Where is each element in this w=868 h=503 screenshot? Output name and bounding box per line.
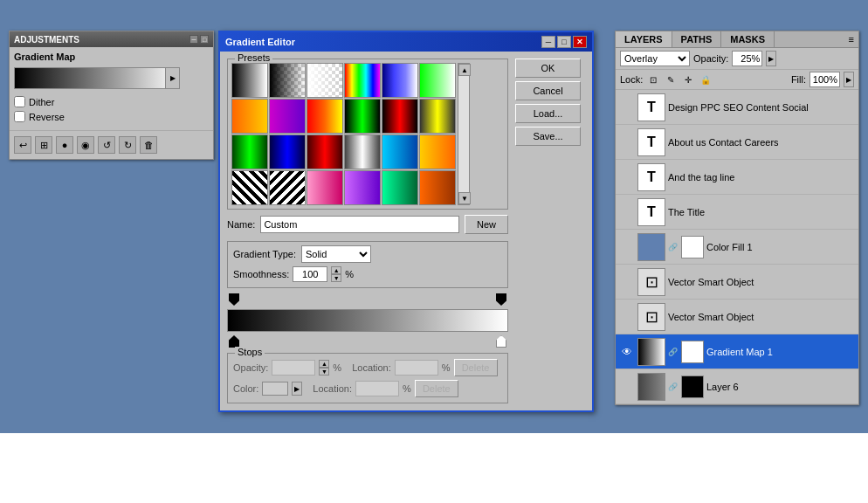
dialog-minimize-btn[interactable]: ─ (541, 36, 555, 48)
preset-14[interactable] (269, 134, 306, 169)
save-btn[interactable]: Save... (515, 127, 581, 146)
layer-visibility-toggle[interactable] (619, 309, 635, 325)
fill-arrow[interactable]: ▶ (844, 72, 854, 87)
preset-11[interactable] (382, 99, 418, 134)
opacity-stop-right[interactable] (496, 293, 506, 306)
scroll-up-btn[interactable]: ▲ (458, 64, 471, 76)
lock-paint-icon[interactable]: ✎ (664, 73, 678, 86)
opacity-stepper-up[interactable]: ▲ (319, 360, 329, 368)
maximize-btn[interactable]: □ (200, 35, 209, 44)
dither-checkbox[interactable] (14, 96, 25, 107)
preset-6[interactable] (419, 63, 456, 98)
preset-3[interactable] (307, 63, 343, 98)
rotate-icon[interactable]: ↺ (98, 136, 115, 154)
dialog-restore-btn[interactable]: □ (557, 36, 571, 48)
tab-paths[interactable]: PATHS (672, 31, 722, 47)
preset-15[interactable] (307, 134, 343, 169)
preset-10[interactable] (344, 99, 381, 134)
scroll-down-btn[interactable]: ▼ (458, 192, 471, 204)
preset-23[interactable] (382, 170, 418, 205)
refresh-icon[interactable]: ↻ (119, 136, 136, 154)
smoothness-down-btn[interactable]: ▼ (331, 274, 341, 282)
layer-item[interactable]: ⊡ Vector Smart Object (616, 265, 858, 300)
preset-18[interactable] (419, 134, 456, 169)
preset-4[interactable] (344, 63, 381, 98)
preset-9[interactable] (307, 99, 343, 134)
load-btn[interactable]: Load... (515, 104, 581, 123)
opacity-stop-stepper[interactable]: ▲ ▼ (319, 360, 329, 376)
color-stop-left[interactable] (229, 335, 239, 348)
delete-color-stop-btn[interactable]: Delete (415, 380, 458, 397)
layer-visibility-toggle[interactable]: 👁 (619, 344, 635, 360)
color-swatch[interactable] (262, 382, 288, 396)
new-layer-icon[interactable]: ⊞ (35, 136, 52, 154)
dialog-close-btn[interactable]: ✕ (573, 36, 587, 48)
return-icon[interactable]: ↩ (14, 136, 31, 154)
layer-visibility-toggle[interactable] (619, 134, 635, 150)
location-input1[interactable] (395, 360, 438, 376)
fill-input[interactable] (809, 72, 840, 87)
layer-item[interactable]: T About us Contact Careers (616, 125, 858, 160)
cancel-btn[interactable]: Cancel (515, 81, 581, 100)
layer-visibility-toggle[interactable] (619, 100, 635, 115)
preset-20[interactable] (269, 170, 306, 205)
minimize-btn[interactable]: ─ (189, 35, 198, 44)
color-arrow[interactable]: ▶ (292, 382, 302, 396)
tab-masks[interactable]: MASKS (721, 31, 775, 47)
preset-17[interactable] (382, 134, 418, 169)
preset-22[interactable] (344, 170, 381, 205)
layer-item[interactable]: 🔗 Layer 6 (616, 369, 858, 404)
blend-mode-select[interactable]: Overlay Normal Multiply (620, 51, 690, 66)
tab-layers[interactable]: LAYERS (616, 31, 672, 47)
opacity-stepper-down[interactable]: ▼ (319, 368, 329, 376)
new-gradient-btn[interactable]: New (465, 215, 508, 234)
layer-item[interactable]: T Design PPC SEO Content Social (616, 90, 858, 125)
smoothness-stepper[interactable]: ▲ ▼ (331, 266, 341, 282)
location-input2[interactable] (355, 381, 399, 396)
name-input[interactable] (260, 216, 459, 233)
gradient-type-select[interactable]: Solid Noise (301, 245, 371, 263)
layer-item-gradient-map[interactable]: 👁 🔗 Gradient Map 1 (616, 334, 858, 369)
trash-icon[interactable]: 🗑 (140, 136, 157, 154)
layer-visibility-toggle[interactable] (619, 274, 635, 290)
preset-7[interactable] (231, 99, 268, 134)
preset-24[interactable] (419, 170, 456, 205)
opacity-stops[interactable] (227, 293, 508, 307)
smoothness-input[interactable] (293, 266, 327, 282)
layer-item[interactable]: T The Title (616, 195, 858, 230)
gradient-preview[interactable]: ▶ (14, 67, 180, 89)
delete-opacity-stop-btn[interactable]: Delete (454, 359, 498, 376)
layer-item[interactable]: T And the tag line (616, 160, 858, 195)
preset-12[interactable] (419, 99, 456, 134)
color-stops[interactable] (227, 334, 508, 348)
gradient-arrow[interactable]: ▶ (165, 68, 179, 88)
preset-19[interactable] (231, 170, 268, 205)
reverse-checkbox[interactable] (14, 111, 25, 122)
preset-21[interactable] (307, 170, 343, 205)
preset-1[interactable] (231, 63, 268, 98)
lock-all-icon[interactable]: 🔒 (699, 73, 713, 86)
color-stop-right[interactable] (496, 335, 506, 348)
lock-transparency-icon[interactable]: ⊡ (646, 73, 660, 86)
presets-scrollbar[interactable]: ▲ ▼ (458, 63, 470, 205)
preset-16[interactable] (344, 134, 381, 169)
layer-item[interactable]: ⊡ Vector Smart Object (616, 300, 858, 334)
opacity-stop-left[interactable] (229, 293, 239, 306)
opacity-stop-input[interactable] (272, 360, 315, 376)
eye-icon[interactable]: ◉ (77, 136, 94, 154)
circle-icon[interactable]: ● (56, 136, 73, 154)
layer-visibility-toggle[interactable] (619, 204, 635, 220)
layer-visibility-toggle[interactable] (619, 239, 635, 255)
preset-5[interactable] (382, 63, 418, 98)
ok-btn[interactable]: OK (515, 59, 581, 78)
preset-8[interactable] (269, 99, 306, 134)
opacity-arrow[interactable]: ▶ (766, 51, 776, 66)
preset-13[interactable] (231, 134, 268, 169)
preset-2[interactable] (269, 63, 306, 98)
gradient-main-bar[interactable] (227, 309, 508, 332)
lock-move-icon[interactable]: ✛ (681, 73, 695, 86)
layer-visibility-toggle[interactable] (619, 169, 635, 185)
opacity-input[interactable] (732, 51, 762, 66)
layers-options-btn[interactable]: ≡ (844, 31, 858, 47)
scroll-track[interactable] (458, 76, 469, 192)
